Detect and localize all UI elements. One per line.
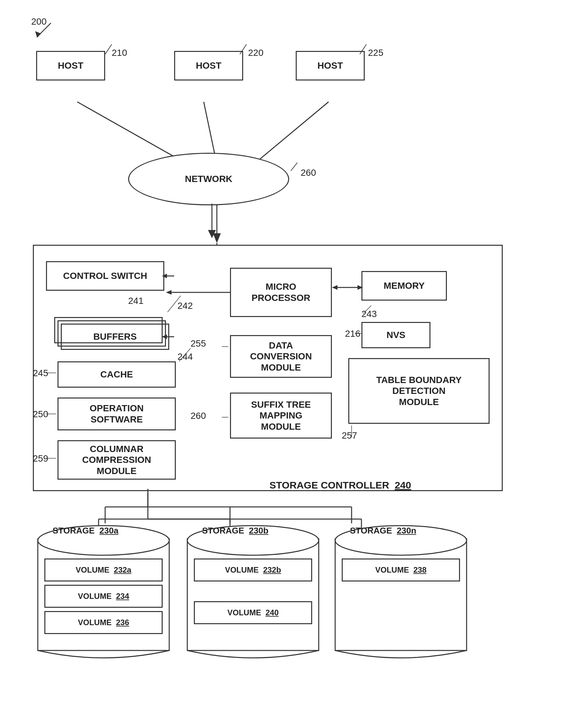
nvs-label: NVS: [386, 329, 405, 341]
svg-line-28: [291, 163, 297, 171]
host1-label: HOST: [58, 60, 83, 71]
ref-241: 241: [128, 296, 144, 306]
volume-236-box: VOLUME 236: [45, 611, 163, 634]
suffix-tree-box: SUFFIX TREE MAPPING MODULE: [230, 392, 332, 439]
control-switch-label: CONTROL SWITCH: [63, 270, 147, 282]
svg-line-41: [363, 305, 371, 314]
storage-b-cylinder: [184, 521, 322, 669]
memory-box: MEMORY: [362, 271, 447, 300]
ref-250-line: [33, 411, 59, 417]
nvs-box: NVS: [362, 322, 430, 348]
operation-software-box: OPERATION SOFTWARE: [58, 398, 176, 430]
ref-259-line: [33, 455, 59, 462]
suffix-tree-label: SUFFIX TREE MAPPING MODULE: [251, 399, 311, 432]
micro-processor-box: MICRO PROCESSOR: [230, 268, 332, 317]
svg-marker-43: [357, 285, 363, 290]
ref-245-line: [33, 368, 59, 378]
network-ref-line: [288, 161, 307, 174]
mp-to-cs-arrow: [164, 287, 233, 300]
host2-label: HOST: [196, 60, 222, 71]
table-boundary-box: TABLE BOUNDARY DETECTION MODULE: [348, 358, 490, 424]
ref-243-line: [360, 305, 379, 315]
columnar-compression-label: COLUMNAR COMPRESSION MODULE: [82, 443, 151, 477]
svg-line-26: [240, 45, 247, 54]
columnar-compression-box: COLUMNAR COMPRESSION MODULE: [58, 440, 176, 479]
volume-238-label: VOLUME 238: [375, 565, 427, 575]
volume-232b-label: VOLUME 232b: [225, 565, 281, 575]
host2-box: HOST: [174, 51, 243, 81]
svg-line-25: [105, 45, 112, 54]
volume-232a-box: VOLUME 232a: [45, 558, 163, 581]
memory-label: MEMORY: [384, 280, 425, 291]
data-conversion-label: DATA CONVERSION MODULE: [250, 340, 312, 373]
table-boundary-label: TABLE BOUNDARY DETECTION MODULE: [376, 375, 462, 408]
svg-marker-24: [35, 31, 41, 38]
network-to-sc-arrow: [202, 204, 222, 243]
host3-label: HOST: [317, 60, 343, 71]
diagram: 200 HOST 210 HOST 220 HOST 225 NETWORK 2…: [0, 0, 576, 728]
cache-box: CACHE: [58, 361, 176, 388]
ref-216-line: [342, 328, 362, 339]
volume-236-label: VOLUME 236: [78, 618, 129, 628]
host1-box: HOST: [36, 51, 105, 81]
volume-234-label: VOLUME 234: [78, 592, 129, 601]
cache-label: CACHE: [100, 369, 133, 380]
svg-line-27: [360, 45, 366, 54]
volume-238-box: VOLUME 238: [342, 558, 460, 581]
svg-marker-34: [162, 334, 167, 339]
ref-260b-line: [189, 412, 232, 422]
volume-240b-box: VOLUME 240: [194, 601, 312, 624]
fig-arrow: [31, 17, 64, 49]
svg-marker-32: [162, 274, 167, 278]
host2-ref-line: [237, 43, 256, 56]
cs-arrow-in: [161, 271, 177, 284]
network-ellipse: NETWORK: [128, 153, 289, 205]
volume-232b-box: VOLUME 232b: [194, 558, 312, 581]
storage-b-label: STORAGE 230b: [202, 526, 268, 536]
storage-a-label: STORAGE 230a: [53, 526, 118, 536]
control-switch-box: CONTROL SWITCH: [46, 261, 164, 291]
storage-n-label: STORAGE 230n: [350, 526, 416, 536]
svg-marker-40: [166, 290, 172, 295]
data-conversion-box: DATA CONVERSION MODULE: [230, 335, 332, 378]
ref-257-line: [342, 424, 362, 440]
volume-234-box: VOLUME 234: [45, 585, 163, 608]
buffers-box-outer2: [54, 317, 163, 343]
micro-processor-label: MICRO PROCESSOR: [252, 281, 311, 303]
volume-232a-label: VOLUME 232a: [76, 565, 131, 575]
svg-line-2: [250, 102, 328, 168]
network-label: NETWORK: [185, 174, 233, 184]
svg-marker-44: [332, 285, 338, 290]
svg-marker-30: [208, 230, 216, 238]
sc-to-storage-lines: [98, 489, 394, 525]
host3-ref-line: [356, 43, 376, 56]
storage-n-cylinder: [332, 521, 470, 669]
volume-240b-label: VOLUME 240: [227, 608, 279, 618]
svg-line-49: [179, 348, 191, 361]
host3-box: HOST: [296, 51, 365, 81]
operation-software-label: OPERATION SOFTWARE: [90, 403, 144, 425]
mp-memory-arrow: [332, 281, 365, 294]
buffers-arrow-in: [161, 332, 177, 342]
host1-ref-line: [102, 43, 122, 56]
ref-244-line: [176, 348, 202, 365]
